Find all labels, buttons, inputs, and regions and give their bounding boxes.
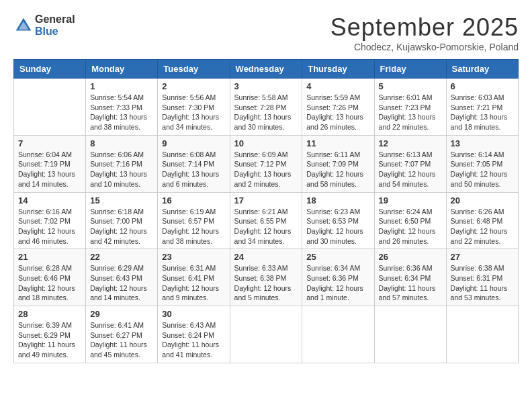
day-number: 12 xyxy=(379,138,442,148)
sunset: Sunset: 6:29 PM xyxy=(18,331,71,339)
table-row xyxy=(302,306,374,363)
table-row: 26 Sunrise: 6:36 AM Sunset: 6:34 PM Dayl… xyxy=(374,249,446,306)
sunset: Sunset: 6:53 PM xyxy=(306,217,359,225)
sunrise: Sunrise: 6:11 AM xyxy=(306,150,360,158)
day-info: Sunrise: 6:18 AM Sunset: 7:00 PM Dayligh… xyxy=(90,207,153,246)
daylight: Daylight: 12 hours and 54 minutes. xyxy=(379,170,436,188)
day-number: 9 xyxy=(162,138,225,148)
daylight: Daylight: 13 hours and 38 minutes. xyxy=(90,113,147,131)
daylight: Daylight: 11 hours and 53 minutes. xyxy=(451,284,508,302)
day-info: Sunrise: 6:43 AM Sunset: 6:24 PM Dayligh… xyxy=(162,320,225,360)
day-number: 29 xyxy=(90,309,153,319)
day-info: Sunrise: 6:24 AM Sunset: 6:50 PM Dayligh… xyxy=(379,207,442,246)
day-info: Sunrise: 6:29 AM Sunset: 6:43 PM Dayligh… xyxy=(90,263,153,303)
sunset: Sunset: 7:23 PM xyxy=(379,103,431,111)
sunset: Sunset: 7:16 PM xyxy=(90,160,142,168)
calendar-week-row: 7 Sunrise: 6:04 AM Sunset: 7:19 PM Dayli… xyxy=(14,135,519,192)
day-info: Sunrise: 6:39 AM Sunset: 6:29 PM Dayligh… xyxy=(18,320,81,360)
sunset: Sunset: 6:46 PM xyxy=(18,274,71,282)
daylight: Daylight: 13 hours and 2 minutes. xyxy=(234,170,292,188)
day-number: 3 xyxy=(234,81,298,91)
table-row: 9 Sunrise: 6:08 AM Sunset: 7:14 PM Dayli… xyxy=(158,135,230,192)
calendar-week-row: 14 Sunrise: 6:16 AM Sunset: 7:02 PM Dayl… xyxy=(14,192,519,249)
logo: General Blue xyxy=(13,13,75,37)
day-number: 6 xyxy=(451,81,514,91)
table-row xyxy=(446,306,518,363)
sunrise: Sunrise: 6:39 AM xyxy=(18,321,72,329)
table-row: 16 Sunrise: 6:19 AM Sunset: 6:57 PM Dayl… xyxy=(158,192,230,249)
day-info: Sunrise: 6:33 AM Sunset: 6:38 PM Dayligh… xyxy=(234,263,298,303)
table-row: 27 Sunrise: 6:38 AM Sunset: 6:31 PM Dayl… xyxy=(446,249,518,306)
sunrise: Sunrise: 6:28 AM xyxy=(18,264,72,272)
daylight: Daylight: 13 hours and 14 minutes. xyxy=(18,170,75,188)
day-number: 19 xyxy=(379,195,442,205)
day-info: Sunrise: 6:21 AM Sunset: 6:55 PM Dayligh… xyxy=(234,207,298,246)
day-info: Sunrise: 6:08 AM Sunset: 7:14 PM Dayligh… xyxy=(162,150,225,189)
sunrise: Sunrise: 6:43 AM xyxy=(162,321,216,329)
table-row: 7 Sunrise: 6:04 AM Sunset: 7:19 PM Dayli… xyxy=(14,135,86,192)
sunset: Sunset: 7:28 PM xyxy=(234,103,287,111)
day-info: Sunrise: 6:34 AM Sunset: 6:36 PM Dayligh… xyxy=(306,263,369,303)
day-info: Sunrise: 6:28 AM Sunset: 6:46 PM Dayligh… xyxy=(18,263,81,303)
table-row: 15 Sunrise: 6:18 AM Sunset: 7:00 PM Dayl… xyxy=(86,192,158,249)
day-info: Sunrise: 6:16 AM Sunset: 7:02 PM Dayligh… xyxy=(18,207,81,246)
day-number: 20 xyxy=(451,195,514,205)
daylight: Daylight: 12 hours and 14 minutes. xyxy=(90,284,147,302)
logo-text: General Blue xyxy=(35,13,75,37)
sunset: Sunset: 7:33 PM xyxy=(90,103,142,111)
table-row: 20 Sunrise: 6:26 AM Sunset: 6:48 PM Dayl… xyxy=(446,192,518,249)
table-row: 8 Sunrise: 6:06 AM Sunset: 7:16 PM Dayli… xyxy=(86,135,158,192)
day-info: Sunrise: 6:41 AM Sunset: 6:27 PM Dayligh… xyxy=(90,320,153,360)
sunrise: Sunrise: 6:26 AM xyxy=(451,208,504,216)
daylight: Daylight: 11 hours and 49 minutes. xyxy=(18,340,75,359)
day-info: Sunrise: 5:54 AM Sunset: 7:33 PM Dayligh… xyxy=(90,93,153,132)
day-info: Sunrise: 6:09 AM Sunset: 7:12 PM Dayligh… xyxy=(234,150,298,189)
table-row xyxy=(14,79,86,136)
calendar-week-row: 21 Sunrise: 6:28 AM Sunset: 6:46 PM Dayl… xyxy=(14,249,519,306)
day-info: Sunrise: 6:26 AM Sunset: 6:48 PM Dayligh… xyxy=(451,207,514,246)
day-info: Sunrise: 5:59 AM Sunset: 7:26 PM Dayligh… xyxy=(306,93,369,132)
sunset: Sunset: 7:30 PM xyxy=(162,103,214,111)
table-row: 12 Sunrise: 6:13 AM Sunset: 7:07 PM Dayl… xyxy=(374,135,446,192)
logo-general: General xyxy=(35,13,75,26)
day-number: 5 xyxy=(379,81,442,91)
day-number: 4 xyxy=(306,81,369,91)
table-row: 23 Sunrise: 6:31 AM Sunset: 6:41 PM Dayl… xyxy=(158,249,230,306)
daylight: Daylight: 12 hours and 30 minutes. xyxy=(306,227,363,245)
sunset: Sunset: 7:00 PM xyxy=(90,217,142,225)
table-row: 30 Sunrise: 6:43 AM Sunset: 6:24 PM Dayl… xyxy=(158,306,230,363)
sunset: Sunset: 7:05 PM xyxy=(451,160,503,168)
table-row: 25 Sunrise: 6:34 AM Sunset: 6:36 PM Dayl… xyxy=(302,249,374,306)
daylight: Daylight: 12 hours and 34 minutes. xyxy=(234,227,292,245)
day-number: 23 xyxy=(162,252,225,262)
table-row: 28 Sunrise: 6:39 AM Sunset: 6:29 PM Dayl… xyxy=(14,306,86,363)
table-row: 19 Sunrise: 6:24 AM Sunset: 6:50 PM Dayl… xyxy=(374,192,446,249)
sunset: Sunset: 6:24 PM xyxy=(162,331,214,339)
day-number: 13 xyxy=(451,138,514,148)
day-info: Sunrise: 6:03 AM Sunset: 7:21 PM Dayligh… xyxy=(451,93,514,132)
table-row: 5 Sunrise: 6:01 AM Sunset: 7:23 PM Dayli… xyxy=(374,79,446,136)
day-info: Sunrise: 6:01 AM Sunset: 7:23 PM Dayligh… xyxy=(379,93,442,132)
sunset: Sunset: 6:27 PM xyxy=(90,331,142,339)
table-row: 11 Sunrise: 6:11 AM Sunset: 7:09 PM Dayl… xyxy=(302,135,374,192)
table-row: 1 Sunrise: 5:54 AM Sunset: 7:33 PM Dayli… xyxy=(86,79,158,136)
calendar-week-row: 28 Sunrise: 6:39 AM Sunset: 6:29 PM Dayl… xyxy=(14,306,519,363)
sunrise: Sunrise: 6:36 AM xyxy=(379,264,433,272)
day-number: 24 xyxy=(234,252,298,262)
sunrise: Sunrise: 6:04 AM xyxy=(18,150,72,158)
table-row: 29 Sunrise: 6:41 AM Sunset: 6:27 PM Dayl… xyxy=(86,306,158,363)
daylight: Daylight: 12 hours and 58 minutes. xyxy=(306,170,363,188)
daylight: Daylight: 11 hours and 45 minutes. xyxy=(90,340,147,359)
table-row xyxy=(230,306,302,363)
sunset: Sunset: 6:43 PM xyxy=(90,274,142,282)
day-info: Sunrise: 6:14 AM Sunset: 7:05 PM Dayligh… xyxy=(451,150,514,189)
sunrise: Sunrise: 6:08 AM xyxy=(162,150,216,158)
calendar-header-row: Sunday Monday Tuesday Wednesday Thursday… xyxy=(14,60,519,79)
table-row: 17 Sunrise: 6:21 AM Sunset: 6:55 PM Dayl… xyxy=(230,192,302,249)
sunset: Sunset: 6:31 PM xyxy=(451,274,503,282)
table-row: 4 Sunrise: 5:59 AM Sunset: 7:26 PM Dayli… xyxy=(302,79,374,136)
day-number: 16 xyxy=(162,195,225,205)
sunset: Sunset: 7:21 PM xyxy=(451,103,503,111)
day-number: 30 xyxy=(162,309,225,319)
location-subtitle: Chodecz, Kujawsko-Pomorskie, Poland xyxy=(330,42,519,52)
